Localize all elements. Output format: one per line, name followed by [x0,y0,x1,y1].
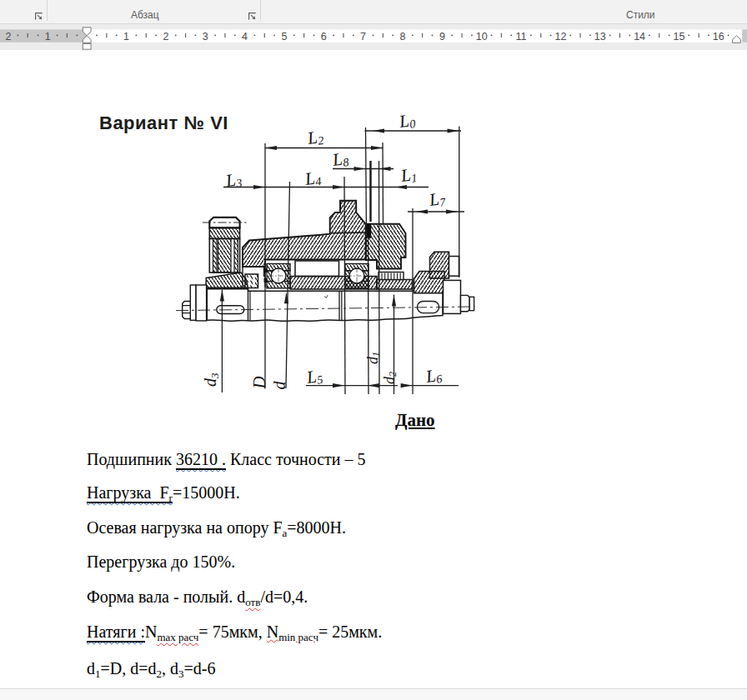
svg-text:d2: d2 [381,372,399,384]
svg-text:d3: d3 [201,372,221,387]
svg-text:L7: L7 [427,188,447,210]
svg-text:L0: L0 [397,110,416,132]
svg-text:L2: L2 [305,127,324,149]
svg-text:L1: L1 [399,164,418,187]
svg-text:L3: L3 [223,169,243,192]
svg-text:d1: d1 [364,352,383,364]
svg-text:L6: L6 [424,365,443,388]
svg-text:L4: L4 [303,168,322,190]
svg-text:d: d [270,381,288,390]
svg-text:L8: L8 [330,148,349,171]
svg-text:L5: L5 [304,366,323,388]
svg-text:D: D [249,376,269,389]
